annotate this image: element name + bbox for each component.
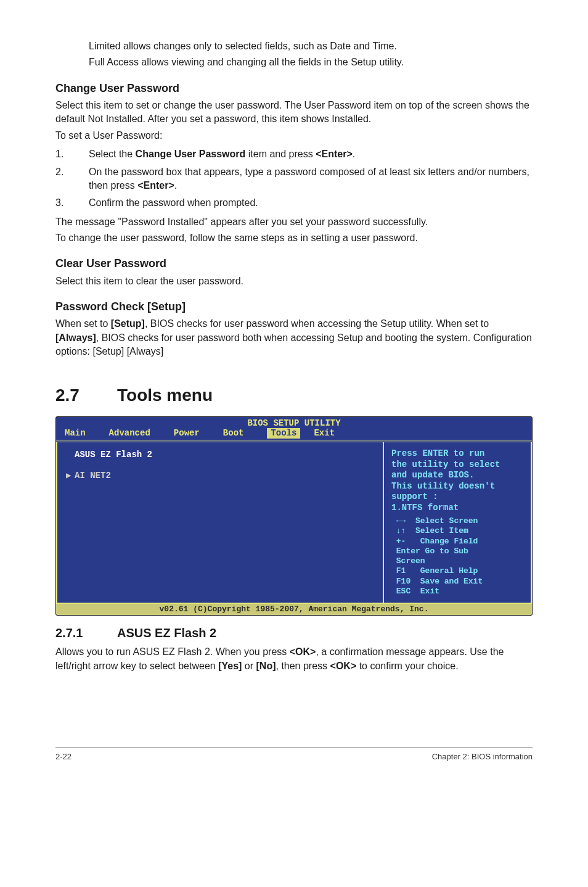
page-footer: 2-22 Chapter 2: BIOS information — [55, 747, 533, 762]
t: [Always] — [55, 332, 96, 343]
list-num: 2. — [55, 165, 89, 193]
list-num: 1. — [55, 147, 89, 161]
t: [Setup] — [111, 318, 145, 329]
bios-tabs: Main Advanced Power Boot Tools Exit — [65, 428, 523, 439]
t: Allows you to run ASUS EZ Flash 2. When … — [55, 646, 290, 657]
sec1-p2: To set a User Password: — [55, 129, 533, 142]
sec3-p1: When set to [Setup], BIOS checks for use… — [55, 317, 533, 358]
sec1-p4: To change the user password, follow the … — [55, 231, 533, 245]
bios-help-text: Press ENTER to run the utility to select… — [391, 448, 525, 513]
bios-menu-item-ai-net2[interactable]: ▶ AI NET2 — [66, 471, 374, 482]
t: [No] — [256, 661, 276, 671]
bios-tab-advanced[interactable]: Advanced — [109, 428, 160, 439]
t: [Yes] — [218, 661, 242, 671]
subsection-heading: 2.7.1 ASUS EZ Flash 2 — [55, 624, 533, 642]
top-line-1: Limited allows changes only to selected … — [55, 39, 533, 53]
page-number: 2-22 — [55, 751, 71, 762]
list-item: 1. Select the Change User Password item … — [55, 147, 533, 161]
t: <Enter> — [137, 180, 174, 191]
bios-tab-main[interactable]: Main — [65, 428, 96, 439]
t: . — [174, 180, 177, 191]
t: When set to — [55, 318, 111, 329]
ordered-list: 1. Select the Change User Password item … — [55, 147, 533, 210]
pointer-icon: ▶ — [66, 471, 75, 482]
bios-key-help: ←→ Select Screen ↓↑ Select Item +- Chang… — [391, 516, 525, 596]
t: . — [353, 149, 355, 159]
list-text: On the password box that appears, type a… — [89, 165, 533, 193]
heading-password-check: Password Check [Setup] — [55, 299, 533, 315]
bios-title: BIOS SETUP UTILITY — [56, 418, 532, 429]
t: item and press — [245, 149, 316, 159]
subsection-title: ASUS EZ Flash 2 — [117, 624, 216, 642]
t: <Enter> — [316, 149, 353, 159]
bios-item-label: ASUS EZ Flash 2 — [75, 450, 152, 461]
final-paragraph: Allows you to run ASUS EZ Flash 2. When … — [55, 645, 533, 673]
t: , BIOS checks for user password both whe… — [55, 332, 532, 357]
t: <OK> — [290, 646, 316, 657]
section-heading: 2.7 Tools menu — [55, 383, 533, 407]
list-num: 3. — [55, 196, 89, 210]
list-text: Confirm the password when prompted. — [89, 196, 533, 210]
bios-menu-item-ezflash2[interactable]: ASUS EZ Flash 2 — [66, 450, 374, 461]
t: Confirm the password when prompted. — [89, 197, 258, 208]
section-title: Tools menu — [117, 383, 213, 407]
subsection-number: 2.7.1 — [55, 624, 117, 642]
list-item: 2. On the password box that appears, typ… — [55, 165, 533, 193]
bios-body: ASUS EZ Flash 2 ▶ AI NET2 Press ENTER to… — [56, 440, 532, 604]
t: <OK> — [330, 661, 357, 671]
t: Select the — [89, 149, 136, 159]
t: or — [242, 661, 256, 671]
chapter-label: Chapter 2: BIOS information — [432, 751, 533, 762]
bios-tab-exit[interactable]: Exit — [314, 428, 345, 439]
bios-header: BIOS SETUP UTILITY Main Advanced Power B… — [56, 417, 532, 440]
sec2-p1: Select this item to clear the user passw… — [55, 274, 533, 288]
bios-tab-power[interactable]: Power — [174, 428, 210, 439]
list-item: 3. Confirm the password when prompted. — [55, 196, 533, 210]
bios-right-pane: Press ENTER to run the utility to select… — [384, 442, 532, 603]
sec1-p1: Select this item to set or change the us… — [55, 99, 533, 126]
bios-tab-boot[interactable]: Boot — [223, 428, 254, 439]
t: , then press — [276, 661, 330, 671]
bios-left-pane: ASUS EZ Flash 2 ▶ AI NET2 — [56, 442, 384, 603]
sec1-p3: The message "Password Installed" appears… — [55, 215, 533, 229]
t: to confirm your choice. — [356, 661, 458, 671]
spacer — [66, 462, 374, 469]
top-line-2: Full Access allows viewing and changing … — [55, 56, 533, 69]
section-number: 2.7 — [55, 383, 117, 407]
heading-change-user-password: Change User Password — [55, 81, 533, 96]
bios-item-label: AI NET2 — [75, 471, 111, 482]
bios-screenshot: BIOS SETUP UTILITY Main Advanced Power B… — [55, 416, 533, 616]
bios-tab-tools[interactable]: Tools — [267, 428, 300, 439]
t: Change User Password — [136, 149, 246, 159]
t: , BIOS checks for user password when acc… — [145, 318, 489, 329]
bios-footer: v02.61 (C)Copyright 1985-2007, American … — [56, 604, 532, 615]
list-text: Select the Change User Password item and… — [89, 147, 533, 161]
heading-clear-user-password: Clear User Password — [55, 256, 533, 271]
